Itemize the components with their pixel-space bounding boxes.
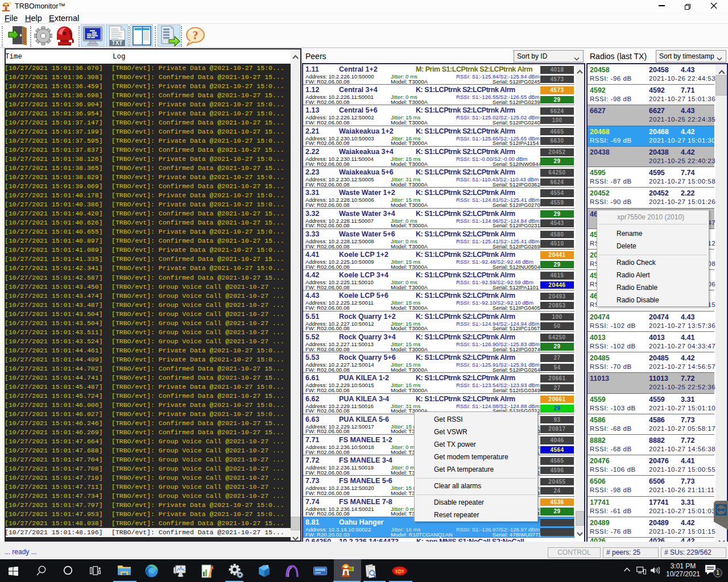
svg-text:TXT: TXT: [112, 40, 123, 46]
svg-text:?: ?: [193, 29, 198, 41]
svg-text:t@t: t@t: [396, 568, 404, 574]
